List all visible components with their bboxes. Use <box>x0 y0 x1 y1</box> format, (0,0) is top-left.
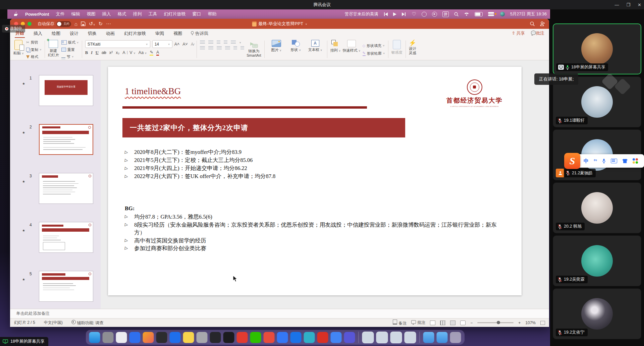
bullets-button[interactable] <box>200 41 205 44</box>
background-bullet-list[interactable]: BG: 均分87.8；GPA:3.56，雅思6.5(6) 8段实习经历（安永金融… <box>124 204 503 252</box>
apple-menu-icon[interactable] <box>14 12 18 17</box>
tab-animations[interactable]: 动画 <box>105 30 115 38</box>
convert-smartart-button[interactable]: 转换为SmartArt <box>247 39 261 59</box>
dock-window-thumbnail[interactable] <box>376 332 388 343</box>
design-ideas-button[interactable]: ⚡ 设计灵感 <box>409 39 416 59</box>
dock-app-icon[interactable] <box>156 332 167 343</box>
tab-insert[interactable]: 插入 <box>33 30 43 38</box>
participant-tile[interactable]: 19.2吴奕霖 <box>553 235 641 286</box>
menu-tools[interactable]: 工具 <box>149 11 157 17</box>
dock-app-icon[interactable] <box>129 332 141 343</box>
dock-app-icon[interactable] <box>143 332 154 343</box>
redo-button[interactable]: ↻ <box>99 21 103 27</box>
copy-button[interactable]: 复制 ∨ <box>26 47 42 52</box>
arrange-button[interactable]: 排列 ∨ <box>330 39 341 53</box>
dock-app-icon[interactable] <box>277 332 288 343</box>
dock-app-icon[interactable] <box>290 332 302 343</box>
strikethrough-button[interactable]: ab <box>102 50 106 55</box>
menubar-app-name[interactable]: PowerPoint <box>25 12 49 17</box>
layout-button[interactable]: 版式 ∨ <box>61 40 79 45</box>
dock-folder-icon[interactable] <box>437 332 448 343</box>
dock-app-icon[interactable] <box>89 332 100 343</box>
shrink-font-button[interactable]: A˅ <box>182 42 188 47</box>
music-app-icon[interactable] <box>422 12 427 17</box>
insert-textbox-button[interactable]: A文本框 ∨ <box>307 39 324 52</box>
autosave-control[interactable]: 自动保存 关闭 <box>38 21 71 27</box>
ime-toolbox-icon[interactable] <box>633 158 638 164</box>
minimize-button[interactable]: — <box>614 2 619 7</box>
slide-sorter-view-button[interactable] <box>440 321 445 325</box>
bold-button[interactable]: B <box>85 50 88 55</box>
dock-app-icon[interactable] <box>183 332 194 343</box>
timeline-bullet-list[interactable]: 2020年8月(大二下)：签myoffer中介;均分83.9 2021年5月(大… <box>124 148 503 180</box>
new-slide-button[interactable]: 新建幻灯片 <box>48 39 59 59</box>
ime-punctuation-icon[interactable]: °’ <box>594 158 597 164</box>
accessibility-status[interactable]: 辅助功能: 调查 <box>71 320 104 326</box>
tab-tell-me[interactable]: 告诉我 <box>191 31 208 37</box>
numbering-button[interactable] <box>208 41 213 44</box>
dock-app-icon[interactable] <box>197 332 208 343</box>
media-play-icon[interactable] <box>393 12 396 16</box>
participant-tile[interactable]: 19.2文依宁 <box>553 288 641 339</box>
slide-thumbnail-5[interactable] <box>39 271 93 302</box>
menu-window[interactable]: 窗口 <box>193 11 201 17</box>
dock-app-icon[interactable] <box>250 332 261 343</box>
slide-banner[interactable]: 一共签过2家中介，整体分为2次申请 <box>122 118 405 137</box>
font-size-select[interactable]: 14∨ <box>152 40 172 48</box>
clear-format-button[interactable]: A̷ <box>191 42 194 47</box>
play-status-icon[interactable] <box>432 12 437 17</box>
screen-share-indicator[interactable]: 18申展的屏幕共享 <box>0 337 48 346</box>
font-name-select[interactable]: STKaiti∨ <box>85 40 150 48</box>
shape-outline-button[interactable]: ✎形状轮廓 ∨ <box>363 51 385 56</box>
dock-app-icon[interactable] <box>331 332 342 343</box>
dock-app-icon[interactable] <box>223 332 234 343</box>
dock-app-icon[interactable] <box>210 332 221 343</box>
tab-view[interactable]: 视图 <box>173 30 183 38</box>
dock-app-icon[interactable] <box>304 332 315 343</box>
menu-help[interactable]: 帮助 <box>208 11 217 17</box>
media-next-icon[interactable] <box>402 12 406 16</box>
participant-tile[interactable]: 20.2 韩旭 <box>553 182 641 233</box>
slide-title[interactable]: 1 timeline&BG <box>125 86 181 97</box>
dock-app-icon[interactable] <box>237 332 248 343</box>
participant-tile[interactable]: 18申展的屏幕共享 <box>553 23 641 74</box>
autosave-toggle[interactable]: 关闭 <box>56 21 71 27</box>
normal-view-button[interactable] <box>430 321 435 325</box>
change-case-button[interactable]: Aa ∨ <box>139 50 147 55</box>
ribbon-comments-button[interactable]: 💬批注 <box>531 31 544 36</box>
slide-thumbnail-2-selected[interactable] <box>39 124 93 155</box>
slide-thumbnail-1[interactable]: 英国留学申请分享 <box>39 75 93 106</box>
dock-app-icon[interactable] <box>170 332 181 343</box>
align-left-button[interactable] <box>200 46 205 50</box>
insert-picture-button[interactable]: 图片 ∨ <box>268 39 285 53</box>
menu-insert[interactable]: 插入 <box>102 11 111 17</box>
highlight-button[interactable]: ✎ <box>150 50 153 56</box>
home-icon[interactable]: ⌂ <box>74 21 77 27</box>
tab-transitions[interactable]: 切换 <box>87 30 97 38</box>
align-right-button[interactable] <box>217 46 222 50</box>
columns-button[interactable] <box>233 46 237 50</box>
justify-button[interactable] <box>225 46 230 50</box>
dock-folder-icon[interactable] <box>423 332 434 343</box>
media-previous-icon[interactable] <box>383 12 388 16</box>
notes-toggle-button[interactable]: 备注 <box>393 320 407 326</box>
menu-file[interactable]: 文件 <box>56 11 65 17</box>
reading-view-button[interactable] <box>450 321 455 325</box>
menubar-app-status-icon[interactable] <box>500 12 505 16</box>
menu-edit[interactable]: 编辑 <box>71 11 80 17</box>
spotlight-search-icon[interactable] <box>454 12 459 16</box>
paste-button[interactable]: 粘贴 ∨ <box>13 39 24 59</box>
wifi-icon[interactable] <box>464 12 469 16</box>
dock-app-icon[interactable] <box>264 332 275 343</box>
section-button[interactable]: 节 ∨ <box>61 54 79 59</box>
dock-window-thumbnail[interactable] <box>362 332 374 343</box>
quick-styles-button[interactable]: 快速样式 ∨ <box>343 39 361 53</box>
menubar-datetime[interactable]: 5月27日 周五 18:36 <box>510 11 547 17</box>
window-zoom-light[interactable] <box>28 22 32 26</box>
menu-arrange[interactable]: 排列 <box>133 11 142 17</box>
tab-design[interactable]: 设计 <box>69 30 79 38</box>
fit-slide-button[interactable] <box>540 321 545 325</box>
tab-review[interactable]: 审阅 <box>155 30 165 38</box>
underline-button[interactable]: U <box>96 50 99 55</box>
font-color-button[interactable]: A <box>156 50 159 56</box>
